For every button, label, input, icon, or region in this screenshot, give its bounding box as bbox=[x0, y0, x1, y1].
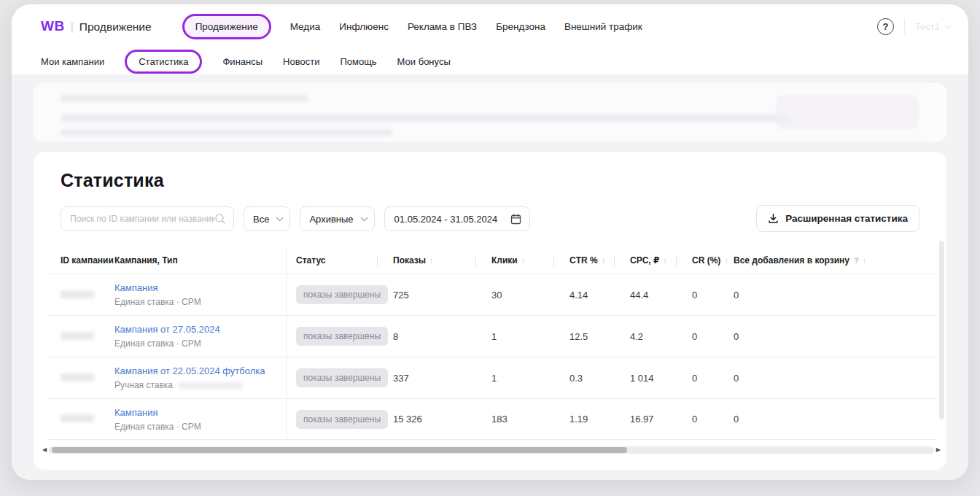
app-window: WB | Продвижение Продвижение Медиа Инфлю… bbox=[12, 4, 968, 480]
nav-item-brandzone[interactable]: Брендзона bbox=[496, 21, 545, 32]
logo-divider: | bbox=[71, 20, 74, 34]
column-header-id: ID кампании bbox=[61, 255, 114, 266]
cart-adds-value: 0 bbox=[726, 414, 936, 425]
status-badge: показы завершены bbox=[296, 285, 388, 304]
download-icon bbox=[768, 213, 779, 224]
banner-blurred-text-line bbox=[61, 115, 790, 122]
date-range-picker[interactable]: 01.05.2024 - 31.05.2024 bbox=[384, 206, 530, 231]
cart-adds-value: 0 bbox=[726, 331, 936, 342]
column-header-status: Статус bbox=[286, 247, 385, 274]
vertical-scrollbar[interactable] bbox=[939, 241, 944, 419]
scroll-left-icon[interactable]: ◀ bbox=[42, 447, 47, 453]
top-navigation: WB | Продвижение Продвижение Медиа Инфлю… bbox=[12, 4, 968, 48]
logo-product-name: Продвижение bbox=[79, 20, 152, 34]
tab-finances[interactable]: Финансы bbox=[222, 56, 262, 67]
table-row: Кампания Единая ставка · CPM показы заве… bbox=[48, 274, 936, 315]
column-header-cr[interactable]: CR (%)↑ bbox=[684, 255, 726, 266]
views-value: 15 326 bbox=[385, 414, 483, 425]
sort-asc-icon[interactable]: ↑ bbox=[521, 256, 526, 265]
campaign-cell: Кампания от 27.05.2024 Единая ставка · C… bbox=[114, 324, 286, 349]
clicks-value: 183 bbox=[483, 414, 561, 425]
horizontal-scrollbar: ◀ ▶ bbox=[42, 446, 941, 454]
sort-asc-icon[interactable]: ↑ bbox=[602, 256, 606, 265]
top-nav-right: ? Тест1 bbox=[877, 18, 949, 35]
campaign-link[interactable]: Кампания bbox=[114, 282, 286, 293]
campaign-id-redacted bbox=[61, 331, 114, 342]
tab-news[interactable]: Новости bbox=[283, 56, 319, 67]
column-header-views[interactable]: Показы↑ bbox=[385, 255, 483, 266]
filter-type-select[interactable]: Все bbox=[244, 206, 290, 231]
sub-navigation: Мои кампании Статистика Финансы Новости … bbox=[12, 48, 968, 74]
nav-item-pvz-ads[interactable]: Реклама в ПВЗ bbox=[408, 21, 477, 32]
column-header-cart-adds[interactable]: Все добавления в корзину?↑ bbox=[726, 255, 936, 266]
wb-logo[interactable]: WB | Продвижение bbox=[41, 18, 152, 34]
sort-asc-icon[interactable]: ↑ bbox=[429, 256, 434, 265]
column-divider bbox=[676, 256, 677, 266]
cr-value: 0 bbox=[684, 373, 726, 384]
extended-statistics-label: Расширенная статистика bbox=[785, 213, 908, 224]
sort-asc-icon[interactable]: ↑ bbox=[663, 256, 667, 265]
page-content: Статистика Все Архивные 01.05.2024 - 31.… bbox=[12, 74, 968, 480]
search-input[interactable] bbox=[70, 214, 214, 224]
header-divider bbox=[904, 18, 905, 34]
campaign-cell: Кампания Единая ставка · CPM bbox=[114, 407, 286, 432]
cr-value: 0 bbox=[684, 331, 726, 342]
filters-row: Все Архивные 01.05.2024 - 31.05.2024 Рас… bbox=[61, 206, 919, 231]
nav-item-external-traffic[interactable]: Внешний трафик bbox=[564, 21, 642, 32]
chevron-down-icon bbox=[360, 214, 368, 221]
extended-statistics-button[interactable]: Расширенная статистика bbox=[756, 205, 919, 232]
tab-statistics[interactable]: Статистика bbox=[125, 50, 202, 74]
nav-item-promotion[interactable]: Продвижение bbox=[182, 14, 271, 39]
campaign-link[interactable]: Кампания от 27.05.2024 bbox=[114, 324, 286, 335]
campaigns-table: ID кампании Кампания, Тип Статус Показы↑… bbox=[48, 247, 936, 440]
table-row: Кампания от 22.05.2024 футболка Ручная с… bbox=[48, 357, 936, 398]
views-value: 337 bbox=[385, 373, 483, 384]
help-icon[interactable]: ? bbox=[877, 18, 894, 35]
campaign-type: Единая ставка · CPM bbox=[114, 338, 286, 349]
ctr-value: 12.5 bbox=[561, 331, 622, 342]
user-menu[interactable]: Тест1 bbox=[915, 21, 949, 32]
table-row: Кампания Единая ставка · CPM показы заве… bbox=[48, 398, 936, 440]
banner-blurred-title bbox=[61, 95, 308, 102]
sort-asc-icon[interactable]: ↑ bbox=[863, 256, 867, 265]
banner-faded-button[interactable] bbox=[776, 95, 919, 130]
column-header-clicks[interactable]: Клики↑ bbox=[483, 255, 561, 266]
wb-logo-mark: WB bbox=[41, 18, 65, 34]
nav-item-media[interactable]: Медиа bbox=[290, 21, 321, 32]
ctr-value: 0.3 bbox=[561, 373, 622, 384]
status-badge: показы завершены bbox=[296, 368, 388, 387]
cpc-value: 4.2 bbox=[622, 331, 684, 342]
campaign-type: Единая ставка · CPM bbox=[114, 422, 286, 432]
scrollbar-track[interactable] bbox=[49, 446, 934, 454]
column-header-ctr[interactable]: CTR %↑ bbox=[561, 255, 622, 266]
tab-my-bonuses[interactable]: Мои бонусы bbox=[397, 56, 451, 67]
campaign-link[interactable]: Кампания от 22.05.2024 футболка bbox=[114, 365, 286, 376]
scrollbar-thumb[interactable] bbox=[52, 447, 627, 453]
status-badge: показы завершены bbox=[296, 327, 388, 346]
status-cell: показы завершены bbox=[286, 316, 385, 357]
tab-my-campaigns[interactable]: Мои кампании bbox=[41, 56, 104, 67]
column-header-cpc[interactable]: CPC, ₽↑ bbox=[622, 255, 684, 266]
top-nav-items: Продвижение Медиа Инфлюенс Реклама в ПВЗ… bbox=[182, 21, 642, 32]
help-icon[interactable]: ? bbox=[854, 256, 859, 265]
campaign-cell: Кампания Единая ставка · CPM bbox=[114, 282, 286, 307]
filter-archive-select[interactable]: Архивные bbox=[300, 206, 374, 231]
filter-type-value: Все bbox=[253, 214, 269, 225]
cpc-value: 44.4 bbox=[622, 290, 684, 301]
nav-item-influence[interactable]: Инфлюенс bbox=[339, 21, 389, 32]
banner-blurred-text-line bbox=[61, 129, 392, 136]
statistics-card: Статистика Все Архивные 01.05.2024 - 31.… bbox=[34, 152, 946, 470]
date-range-value: 01.05.2024 - 31.05.2024 bbox=[394, 214, 498, 225]
scroll-right-icon[interactable]: ▶ bbox=[936, 447, 941, 453]
tab-help[interactable]: Помощь bbox=[340, 56, 376, 67]
chevron-down-icon bbox=[276, 214, 284, 221]
cart-adds-value: 0 bbox=[726, 290, 936, 301]
campaign-link[interactable]: Кампания bbox=[114, 407, 286, 418]
clicks-value: 1 bbox=[483, 331, 561, 342]
status-cell: показы завершены bbox=[286, 357, 385, 398]
notification-banner bbox=[34, 83, 946, 142]
user-name: Тест1 bbox=[915, 21, 940, 32]
filter-archive-value: Архивные bbox=[309, 214, 353, 225]
cr-value: 0 bbox=[684, 414, 726, 425]
clicks-value: 1 bbox=[483, 373, 561, 384]
